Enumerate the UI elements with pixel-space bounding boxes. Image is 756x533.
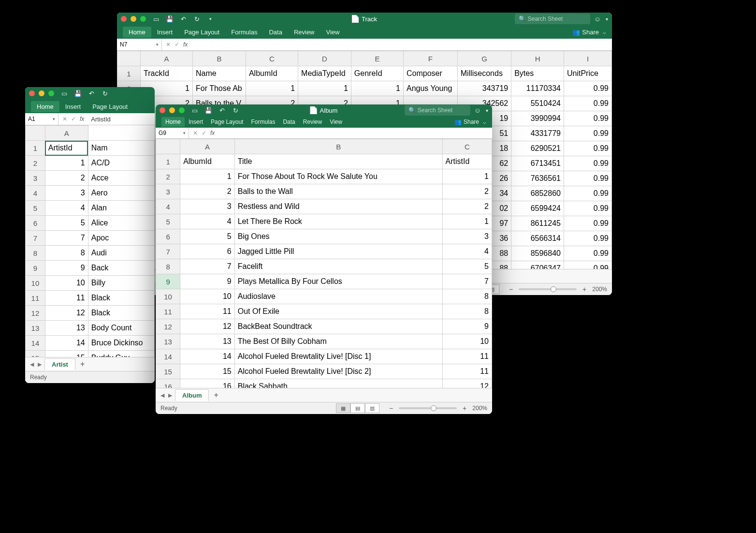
col-header-E[interactable]: E	[351, 51, 403, 66]
close-icon[interactable]	[29, 90, 35, 96]
col-header-B[interactable]: B	[192, 51, 246, 66]
cell[interactable]: Body Count	[88, 321, 154, 336]
cell[interactable]: 7	[442, 274, 492, 289]
traffic-lights[interactable]	[29, 90, 54, 96]
cell[interactable]: 3	[180, 199, 235, 214]
name-box[interactable]: G9 ▾	[156, 128, 189, 138]
col-header-D[interactable]: D	[298, 51, 351, 66]
ribbon-tab-home[interactable]: Home	[161, 117, 185, 127]
ribbon-tab-data[interactable]: Data	[279, 117, 299, 127]
ribbon-tab-review[interactable]: Review	[299, 117, 326, 127]
cell[interactable]: 1	[298, 81, 351, 96]
cell[interactable]: 10	[180, 289, 235, 304]
zoom-in-icon[interactable]: +	[461, 404, 468, 412]
row-header[interactable]: 4	[26, 186, 45, 201]
smiley-icon[interactable]: ☺	[474, 106, 481, 114]
cell[interactable]: 4	[180, 214, 235, 229]
cell[interactable]: 5510424	[511, 96, 564, 111]
ribbon-tab-insert[interactable]: Insert	[151, 27, 179, 38]
chevron-down-icon[interactable]: ▾	[486, 108, 488, 113]
zoom-out-icon[interactable]: −	[387, 404, 395, 412]
cell[interactable]: 12	[45, 306, 88, 321]
close-icon[interactable]	[121, 16, 127, 22]
cell[interactable]: 10	[45, 276, 88, 291]
cell[interactable]: 8	[442, 289, 492, 304]
cell[interactable]: 8611245	[511, 216, 564, 231]
cell[interactable]: Balls to the Wall	[234, 184, 442, 199]
cell[interactable]: 0.99	[564, 171, 611, 186]
add-sheet-icon[interactable]: +	[76, 360, 88, 369]
ribbon-tab-insert[interactable]: Insert	[185, 117, 207, 127]
zoom-slider[interactable]	[399, 407, 457, 409]
cell[interactable]: Bytes	[511, 66, 564, 81]
autosave-icon[interactable]: ▭	[190, 106, 199, 115]
cell[interactable]: 6599424	[511, 201, 564, 216]
enter-formula-icon[interactable]: ✓	[174, 41, 179, 48]
cell[interactable]: AlbumId	[246, 66, 298, 81]
cell[interactable]: 3	[45, 186, 88, 201]
cell[interactable]: 6852860	[511, 186, 564, 201]
cell[interactable]: 11	[180, 304, 235, 319]
cell[interactable]: 0.99	[564, 261, 611, 269]
col-header-A[interactable]: A	[141, 51, 193, 66]
row-header[interactable]: 15	[26, 351, 45, 357]
cell[interactable]: 10	[442, 334, 492, 349]
zoom-slider[interactable]	[519, 288, 577, 290]
cell[interactable]: Plays Metallica By Four Cellos	[234, 274, 442, 289]
ribbon-collapse-icon[interactable]: ⌵	[483, 119, 486, 125]
save-icon[interactable]: 💾	[73, 89, 82, 98]
row-header[interactable]: 8	[26, 246, 45, 261]
smiley-icon[interactable]: ☺	[594, 15, 601, 23]
cell[interactable]: Back	[88, 261, 154, 276]
cell[interactable]: 2	[442, 199, 492, 214]
col-header-A[interactable]: A	[45, 126, 88, 141]
cell[interactable]: ArtistId	[45, 141, 88, 156]
cell[interactable]: The Best Of Billy Cobham	[234, 334, 442, 349]
zoom-thumb[interactable]	[431, 405, 436, 411]
cell[interactable]: Restless and Wild	[234, 199, 442, 214]
minimize-icon[interactable]	[131, 16, 136, 22]
search-input[interactable]: 🔍 Search Sheet	[405, 105, 470, 116]
share-button[interactable]: 👥Share	[454, 118, 479, 125]
cell[interactable]: UnitPrice	[564, 66, 611, 81]
undo-icon[interactable]: ↶	[87, 89, 96, 98]
sheet-tab-album[interactable]: Album	[175, 389, 209, 401]
row-header[interactable]: 9	[156, 274, 180, 289]
undo-icon[interactable]: ↶	[179, 15, 188, 23]
cell[interactable]: Alcohol Fueled Brewtality Live! [Disc 1]	[234, 349, 442, 364]
ribbon-collapse-icon[interactable]: ⌵	[603, 29, 606, 35]
close-icon[interactable]	[160, 107, 165, 113]
cell[interactable]: Title	[234, 154, 442, 169]
normal-view-icon[interactable]: ▦	[336, 403, 350, 413]
row-header[interactable]: 16	[156, 379, 180, 388]
cell[interactable]: 2	[45, 171, 88, 186]
cancel-formula-icon[interactable]: ✕	[193, 130, 198, 136]
row-header[interactable]: 5	[26, 201, 45, 216]
fx-icon[interactable]: fx	[183, 41, 188, 48]
cell[interactable]: 7	[45, 231, 88, 246]
traffic-lights[interactable]	[160, 107, 185, 113]
row-header[interactable]: 10	[26, 276, 45, 291]
row-header[interactable]: 7	[156, 244, 180, 259]
cell[interactable]: 6290521	[511, 141, 564, 156]
ribbon-tab-view[interactable]: View	[320, 27, 346, 38]
cell[interactable]: 6706347	[511, 261, 564, 269]
zoom-in-icon[interactable]: +	[581, 285, 588, 293]
cell[interactable]: MediaTypeId	[298, 66, 351, 81]
minimize-icon[interactable]	[39, 90, 44, 96]
ribbon-tab-data[interactable]: Data	[263, 27, 288, 38]
minimize-icon[interactable]	[169, 107, 175, 113]
cell[interactable]: 7636561	[511, 171, 564, 186]
zoom-icon[interactable]	[140, 16, 146, 22]
row-header[interactable]: 6	[26, 216, 45, 231]
col-header-C[interactable]: C	[442, 139, 492, 154]
cell[interactable]: Facelift	[234, 259, 442, 274]
row-header[interactable]: 7	[26, 231, 45, 246]
ribbon-tab-formulas[interactable]: Formulas	[247, 117, 279, 127]
sheet-nav-prev-icon[interactable]: ◀	[28, 361, 36, 368]
album-sheet[interactable]: ABC1AlbumIdTitleArtistId21For Those Abou…	[156, 139, 492, 388]
cell[interactable]: 14	[45, 336, 88, 351]
cell[interactable]: 6	[180, 244, 235, 259]
cell[interactable]: Billy	[88, 276, 154, 291]
cell[interactable]: 6713451	[511, 156, 564, 171]
